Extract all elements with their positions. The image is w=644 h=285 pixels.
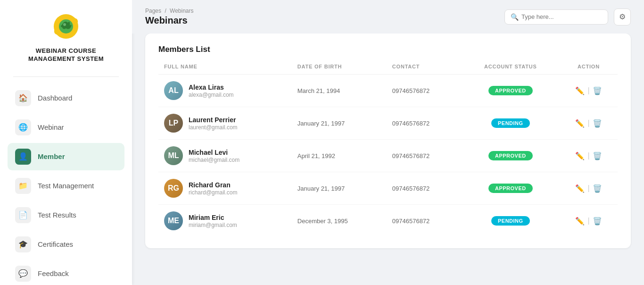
sidebar: Webinar Course Management System 🏠 Dashb…: [0, 0, 132, 285]
status-badge: APPROVED: [488, 151, 533, 160]
member-status-cell: APPROVED: [462, 140, 560, 172]
member-name: Michael Levi: [189, 149, 239, 156]
search-input[interactable]: [521, 13, 602, 20]
member-dob: December 3, 1995: [297, 218, 348, 225]
table-row: RG Richard Gran richard@gmail.com Januar…: [158, 172, 618, 205]
sidebar-item-test-management[interactable]: 📁 Test Management: [8, 172, 124, 200]
status-badge: APPROVED: [488, 184, 533, 193]
header-right: 🔍 ⚙: [504, 8, 631, 25]
member-icon: 👤: [15, 149, 31, 165]
sidebar-item-label: Dashboard: [38, 94, 72, 102]
logo-icon: [49, 9, 83, 43]
sidebar-item-dashboard[interactable]: 🏠 Dashboard: [8, 84, 124, 112]
main-content: Pages / Webinars Webinars 🔍 ⚙ Members Li…: [132, 0, 644, 285]
member-dob-cell: April 21, 1992: [292, 140, 387, 172]
logo-area: Webinar Course Management System: [28, 9, 104, 63]
member-contact: 09746576872: [392, 218, 430, 225]
search-icon: 🔍: [511, 13, 519, 21]
sidebar-item-label: Webinar: [38, 123, 64, 131]
status-badge: PENDING: [491, 118, 530, 128]
action-cell: ✏️ | 🗑️: [565, 184, 612, 193]
member-dob-cell: January 21, 1997: [292, 107, 387, 140]
delete-icon[interactable]: 🗑️: [593, 86, 602, 95]
avatar: RG: [164, 179, 183, 198]
search-box[interactable]: 🔍: [504, 9, 608, 25]
member-email: richard@gmail.com: [189, 189, 238, 196]
edit-icon[interactable]: ✏️: [575, 217, 585, 226]
content-area: Members List Full Name Date of Birth Con…: [132, 34, 644, 285]
member-info: LP Laurent Perrier laurent@gmail.com: [164, 114, 286, 133]
member-email: miriam@gmail.com: [189, 222, 237, 228]
member-dob: April 21, 1992: [297, 152, 335, 159]
member-dob: March 21, 1994: [297, 87, 340, 94]
member-status-cell: APPROVED: [462, 75, 560, 107]
member-name: Miriam Eric: [189, 214, 237, 221]
sidebar-item-label: Test Results: [38, 211, 76, 219]
member-contact: 09746576872: [392, 87, 430, 94]
sidebar-item-label: Feedback: [38, 269, 69, 277]
member-name-cell: RG Richard Gran richard@gmail.com: [158, 172, 292, 205]
breadcrumb-current: Webinars: [170, 8, 193, 14]
member-action-cell: ✏️ | 🗑️: [560, 140, 618, 172]
breadcrumb-separator: /: [165, 8, 166, 14]
status-badge: PENDING: [491, 216, 530, 226]
dashboard-icon: 🏠: [15, 90, 31, 106]
status-badge: APPROVED: [488, 86, 533, 95]
member-dob-cell: March 21, 1994: [292, 75, 387, 107]
member-status-cell: PENDING: [462, 205, 560, 237]
sidebar-divider: [13, 76, 119, 77]
edit-icon[interactable]: ✏️: [575, 151, 585, 160]
certificates-icon: 🎓: [15, 236, 31, 252]
sidebar-item-label: Certificates: [38, 240, 73, 248]
edit-icon[interactable]: ✏️: [575, 119, 585, 128]
col-status: Account Status: [462, 64, 560, 75]
member-action-cell: ✏️ | 🗑️: [560, 107, 618, 140]
delete-icon[interactable]: 🗑️: [593, 119, 602, 128]
sidebar-item-label: Member: [38, 152, 65, 160]
edit-icon[interactable]: ✏️: [575, 184, 585, 193]
avatar: ML: [164, 146, 183, 165]
test-results-icon: 📄: [15, 207, 31, 223]
delete-icon[interactable]: 🗑️: [593, 217, 602, 226]
table-row: AL Alexa Liras alexa@gmail.com March 21,…: [158, 75, 618, 107]
sidebar-item-member[interactable]: 👤 Member: [8, 143, 124, 170]
col-full-name: Full Name: [158, 64, 292, 75]
feedback-icon: 💬: [15, 266, 31, 282]
header: Pages / Webinars Webinars 🔍 ⚙: [132, 0, 644, 34]
member-contact-cell: 09746576872: [387, 75, 462, 107]
member-dob-cell: December 3, 1995: [292, 205, 387, 237]
member-action-cell: ✏️ | 🗑️: [560, 205, 618, 237]
sidebar-item-certificates[interactable]: 🎓 Certificates: [8, 231, 124, 258]
card-title: Members List: [158, 45, 618, 54]
delete-icon[interactable]: 🗑️: [593, 151, 602, 160]
avatar: LP: [164, 114, 183, 133]
member-contact-cell: 09746576872: [387, 172, 462, 205]
edit-icon[interactable]: ✏️: [575, 86, 585, 95]
member-name-cell: ME Miriam Eric miriam@gmail.com: [158, 205, 292, 237]
sidebar-item-feedback[interactable]: 💬 Feedback: [8, 260, 124, 285]
webinar-icon: 🌐: [15, 119, 31, 135]
member-email: michael@gmail.com: [189, 157, 239, 163]
action-cell: ✏️ | 🗑️: [565, 151, 612, 160]
sidebar-item-label: Test Management: [38, 182, 94, 190]
sidebar-nav: 🏠 Dashboard 🌐 Webinar 👤 Member 📁 Test Ma…: [0, 84, 132, 285]
svg-point-3: [63, 23, 66, 26]
breadcrumb: Pages / Webinars: [145, 8, 194, 14]
sidebar-item-webinar[interactable]: 🌐 Webinar: [8, 114, 124, 141]
action-separator: |: [587, 86, 589, 95]
action-cell: ✏️ | 🗑️: [565, 86, 612, 95]
sidebar-item-test-results[interactable]: 📄 Test Results: [8, 201, 124, 229]
col-action: Action: [560, 64, 618, 75]
member-contact-cell: 09746576872: [387, 140, 462, 172]
logo-text: Webinar Course Management System: [28, 47, 104, 63]
member-info: ML Michael Levi michael@gmail.com: [164, 146, 286, 165]
member-name: Richard Gran: [189, 181, 238, 189]
page-title: Webinars: [145, 15, 194, 26]
member-contact-cell: 09746576872: [387, 205, 462, 237]
member-name-cell: AL Alexa Liras alexa@gmail.com: [158, 75, 292, 107]
settings-button[interactable]: ⚙: [614, 8, 631, 25]
member-name-cell: LP Laurent Perrier laurent@gmail.com: [158, 107, 292, 140]
action-cell: ✏️ | 🗑️: [565, 217, 612, 226]
delete-icon[interactable]: 🗑️: [593, 184, 602, 193]
action-cell: ✏️ | 🗑️: [565, 119, 612, 128]
